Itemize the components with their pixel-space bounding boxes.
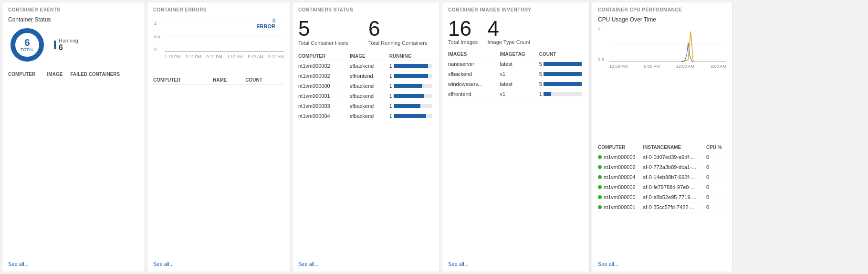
- inv-row-tag: v1: [500, 89, 539, 99]
- errors-chart-section: 0 ERROR 1 0.5 0: [153, 16, 284, 74]
- inventory-table-row: sffrontend v1 1: [448, 89, 584, 99]
- status-row-computer: nt1vm000001: [298, 91, 350, 101]
- status-panel-title: CONTAINERS STATUS: [298, 7, 434, 12]
- cpu-row-cpu: 0: [706, 152, 726, 162]
- cpu-table-row: nt1vm000004 sf-0-14eb98b7-692f-... 0: [598, 172, 726, 182]
- inventory-stat2-num: 4: [487, 18, 530, 39]
- inv-row-tag: v1: [500, 69, 539, 79]
- errors-chart-area: [165, 21, 284, 52]
- inv-row-image: sffrontend: [448, 89, 500, 99]
- inv-row-image: sfbackend: [448, 69, 500, 79]
- cpu-row-computer: nt1vm000002: [598, 162, 643, 172]
- inventory-see-all[interactable]: See all...: [448, 257, 584, 267]
- errors-y-labels: 1 0.5 0: [153, 21, 160, 52]
- inv-col-imagetag: IMAGETAG: [500, 50, 539, 59]
- status-stat2: 6 Total Running Containers: [368, 18, 434, 46]
- status-table-section: COMPUTER IMAGE RUNNING nt1vm000002 sfbac…: [298, 52, 434, 257]
- cpu-row-computer: nt1vm000000: [598, 192, 643, 202]
- status-table-row: nt1vm000003 sfbackend 1: [298, 101, 434, 111]
- inv-col-count: COUNT: [539, 50, 584, 59]
- green-status-dot: [598, 185, 602, 189]
- inventory-stat1: 16 Total Images: [448, 18, 478, 45]
- status-row-computer: nt1vm000002: [298, 61, 350, 71]
- donut-chart: 6 TOTAL: [8, 26, 46, 64]
- y-label-1: 1: [154, 21, 160, 26]
- green-status-dot: [598, 155, 602, 159]
- status-table-row: nt1vm000000 sfbackend 1: [298, 81, 434, 91]
- status-row-running: 1: [389, 91, 434, 101]
- events-panel-title: CONTAINER EVENTS: [8, 7, 139, 12]
- status-row-computer: nt1vm000003: [298, 101, 350, 111]
- inventory-stat1-desc: Total Images: [448, 39, 478, 45]
- status-row-image: sffrontend: [350, 71, 389, 81]
- cpu-col-cpu: CPU %: [706, 143, 726, 152]
- cpu-row-computer: nt1vm000004: [598, 172, 643, 182]
- legend-value: 6: [59, 43, 78, 52]
- inv-row-image: nanoserver: [448, 59, 500, 69]
- green-status-dot: [598, 165, 602, 169]
- status-stat2-num: 6: [368, 18, 434, 39]
- containers-status-panel: CONTAINERS STATUS 5 Total Container Host…: [292, 2, 440, 272]
- cpu-col-computer: COMPUTER: [598, 143, 643, 152]
- status-row-computer: nt1vm000000: [298, 81, 350, 91]
- events-table: COMPUTER IMAGE FAILED CONTAINERS: [8, 70, 139, 79]
- errors-panel-title: CONTAINER ERRORS: [153, 7, 284, 12]
- status-table-row: nt1vm000002 sffrontend 1: [298, 71, 434, 81]
- errors-table-section: COMPUTER NAME COUNT: [153, 75, 284, 257]
- cpu-chart-title: CPU Usage Over Time: [598, 16, 726, 23]
- cpu-chart-area: 1 0.5 12:00 PM 6:00 PM 1: [598, 26, 726, 141]
- cpu-x-label-0: 12:00 PM: [609, 64, 628, 69]
- cpu-row-computer: nt1vm000003: [598, 152, 643, 162]
- legend-label: Running: [59, 38, 78, 43]
- status-table-row: nt1vm000002 sfbackend 1: [298, 61, 434, 71]
- status-stat2-desc: Total Running Containers: [368, 40, 434, 46]
- errors-mini-chart: 1 0.5 0 1:12 PM 5:12 PM 9:1: [153, 21, 284, 59]
- errors-see-all[interactable]: See all...: [153, 257, 284, 267]
- inventory-table: IMAGES IMAGETAG COUNT nanoserver latest …: [448, 50, 584, 99]
- events-col-failed: FAILED CONTAINERS: [71, 70, 139, 79]
- cpu-table-row: nt1vm000002 sf-0-fe79788d-97e0-... 0: [598, 182, 726, 192]
- inventory-table-row: windowsserv... latest 5: [448, 79, 584, 89]
- events-col-image: IMAGE: [47, 70, 71, 79]
- cpu-see-all[interactable]: See all...: [598, 257, 726, 267]
- errors-col-computer: COMPUTER: [153, 75, 213, 85]
- inv-row-image: windowsserv...: [448, 79, 500, 89]
- status-row-computer: nt1vm000002: [298, 71, 350, 81]
- status-stat1: 5 Total Container Hosts: [298, 18, 364, 46]
- cpu-table: COMPUTER INSTANCENAME CPU % nt1vm000003 …: [598, 143, 726, 212]
- cpu-row-instance: sf-0-35cc57fd-7422-...: [643, 202, 706, 212]
- x-label-3: 1:12 AM: [227, 54, 243, 59]
- green-status-dot: [598, 205, 602, 209]
- status-row-running: 1: [389, 61, 434, 71]
- events-see-all[interactable]: See all...: [8, 257, 139, 267]
- legend-bar-icon: [54, 41, 56, 49]
- cpu-panel-title: CONTAINER CPU PERFORMANCE: [598, 7, 726, 12]
- errors-x-labels: 1:12 PM 5:12 PM 9:12 PM 1:12 AM 5:12 AM …: [165, 54, 284, 59]
- events-table-section: COMPUTER IMAGE FAILED CONTAINERS: [8, 70, 139, 257]
- inv-row-tag: latest: [500, 79, 539, 89]
- x-label-4: 5:12 AM: [248, 54, 263, 59]
- status-row-image: sfbackend: [350, 81, 389, 91]
- status-row-running: 1: [389, 71, 434, 81]
- status-row-image: sfbackend: [350, 101, 389, 111]
- status-see-all[interactable]: See all...: [298, 257, 434, 267]
- status-col-image: IMAGE: [350, 52, 389, 61]
- cpu-performance-panel: CONTAINER CPU PERFORMANCE CPU Usage Over…: [592, 2, 732, 272]
- cpu-row-instance: sf-0-fe79788d-97e0-...: [643, 182, 706, 192]
- status-row-running: 1: [389, 81, 434, 91]
- cpu-y-label-05: 0.5: [598, 57, 608, 62]
- container-errors-panel: CONTAINER ERRORS 0 ERROR 1 0.5 0: [147, 2, 290, 272]
- inv-row-count: 5: [539, 59, 584, 69]
- inventory-panel: CONTAINER IMAGES INVENTORY 16 Total Imag…: [442, 2, 590, 272]
- cpu-row-instance: sf-0-772a3b89-dca1-...: [643, 162, 706, 172]
- inv-row-count: 5: [539, 79, 584, 89]
- status-table: COMPUTER IMAGE RUNNING nt1vm000002 sfbac…: [298, 52, 434, 121]
- inv-col-images: IMAGES: [448, 50, 500, 59]
- status-row-running: 1: [389, 101, 434, 111]
- cpu-y-label-1: 1: [598, 26, 608, 31]
- inventory-table-row: nanoserver latest 5: [448, 59, 584, 69]
- status-stats-row: 5 Total Container Hosts 6 Total Running …: [298, 18, 434, 46]
- errors-col-name: NAME: [213, 75, 245, 85]
- status-row-image: sfbackend: [350, 111, 389, 121]
- inv-row-count: 1: [539, 89, 584, 99]
